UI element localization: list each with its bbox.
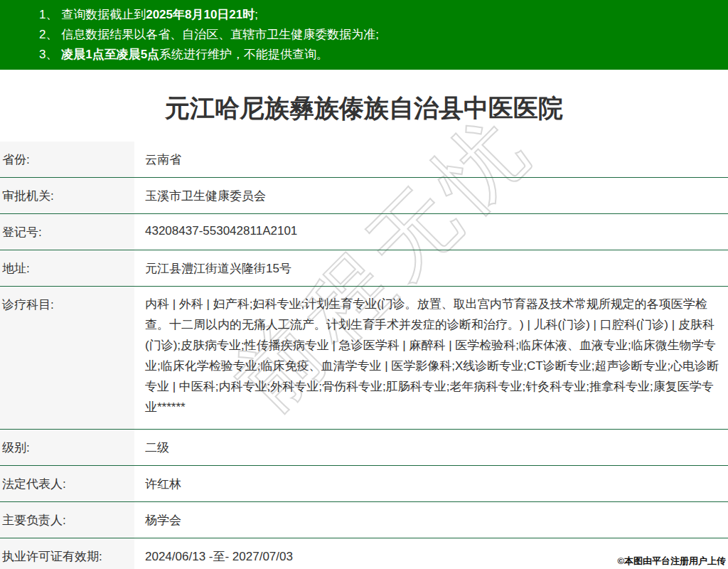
field-label-address: 地址: (0, 250, 134, 287)
notice-line-2: 2、 信息数据结果以各省、自治区、直辖市卫生健康委数据为准; (39, 25, 721, 45)
field-label-province: 省份: (0, 142, 134, 178)
notice-3-text: 3、 (39, 48, 61, 61)
field-value-registration-number: 43208437-553042811A2101 (134, 214, 728, 250)
notice-3-suffix: 系统进行维护，不能提供查询。 (159, 48, 328, 61)
notice-line-3: 3、 凌晨1点至凌晨5点系统进行维护，不能提供查询。 (39, 45, 721, 65)
notice-1-bold-text: 2025年8月10日21时 (146, 8, 255, 21)
field-value-level: 二级 (134, 430, 728, 466)
image-upload-note: ©本图由平台注册用户上传 (617, 555, 726, 568)
row-medical-subjects: 诊疗科目: 内科 | 外科 | 妇产科;妇科专业;计划生育专业(门诊。放置、取出… (0, 287, 728, 430)
row-province: 省份: 云南省 (0, 142, 728, 178)
field-value-address: 元江县澧江街道兴隆街15号 (134, 250, 728, 287)
field-label-approval-authority: 审批机关: (0, 178, 134, 214)
notice-1-suffix: ; (255, 8, 258, 21)
row-principal: 主要负责人: 杨学会 (0, 502, 728, 538)
field-label-license-validity: 执业许可证有效期: (0, 538, 134, 569)
field-label-medical-subjects: 诊疗科目: (0, 287, 134, 430)
notice-1-text: 1、 查询数据截止到 (39, 8, 146, 21)
institution-info-table: 省份: 云南省 审批机关: 玉溪市卫生健康委员会 登记号: 43208437-5… (0, 142, 728, 569)
field-label-level: 级别: (0, 430, 134, 466)
field-value-legal-representative: 许红林 (134, 466, 728, 502)
field-label-registration-number: 登记号: (0, 214, 134, 250)
row-address: 地址: 元江县澧江街道兴隆街15号 (0, 250, 728, 287)
field-value-principal: 杨学会 (134, 502, 728, 538)
row-approval-authority: 审批机关: 玉溪市卫生健康委员会 (0, 178, 728, 214)
notice-line-1: 1、 查询数据截止到2025年8月10日21时; (39, 5, 721, 25)
field-value-province: 云南省 (134, 142, 728, 178)
row-registration-number: 登记号: 43208437-553042811A2101 (0, 214, 728, 250)
notice-3-bold-text: 凌晨1点至凌晨5点 (61, 48, 159, 61)
page-title: 元江哈尼族彝族傣族自治县中医医院 (0, 92, 728, 125)
field-label-legal-representative: 法定代表人: (0, 466, 134, 502)
field-label-principal: 主要负责人: (0, 502, 134, 538)
field-value-approval-authority: 玉溪市卫生健康委员会 (134, 178, 728, 214)
notice-2-text: 2、 信息数据结果以各省、自治区、直辖市卫生健康委数据为准; (39, 28, 379, 41)
notice-banner: 1、 查询数据截止到2025年8月10日21时; 2、 信息数据结果以各省、自治… (0, 0, 728, 70)
field-value-medical-subjects: 内科 | 外科 | 妇产科;妇科专业;计划生育专业(门诊。放置、取出宫内节育器及… (134, 287, 728, 430)
row-level: 级别: 二级 (0, 430, 728, 466)
row-legal-representative: 法定代表人: 许红林 (0, 466, 728, 502)
